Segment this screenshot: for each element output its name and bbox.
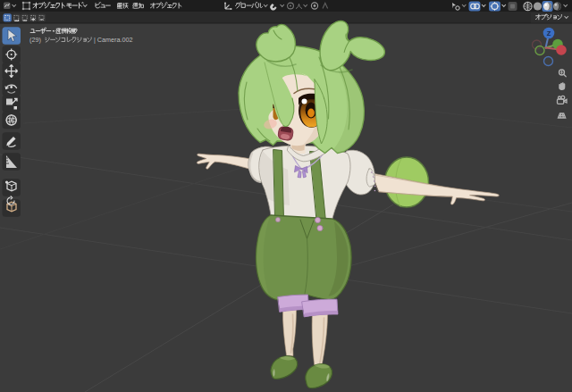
svg-text:| Camera.002: | Camera.002 [94, 36, 132, 44]
svg-text:(29): (29) [29, 36, 41, 44]
svg-text:Z: Z [547, 29, 551, 38]
